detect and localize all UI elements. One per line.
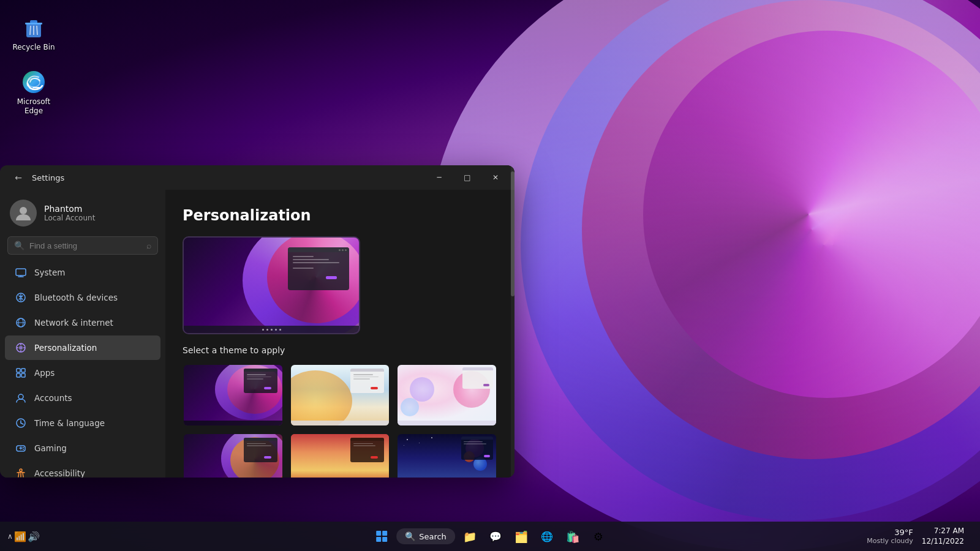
search-icon: 🔍 — [14, 241, 24, 250]
taskbar-left: ∧ 📶 🔊 — [7, 531, 40, 542]
desktop-icons-area: Recycle Bin — [0, 0, 67, 130]
theme-3-bar — [462, 367, 493, 370]
svg-point-27 — [18, 394, 23, 399]
theme-card-5[interactable] — [290, 433, 391, 478]
preview-line-3 — [293, 262, 339, 263]
sidebar-item-time[interactable]: Time & language — [5, 411, 160, 435]
sidebar-item-accounts[interactable]: Accounts — [5, 386, 160, 410]
win-logo-tl — [376, 531, 381, 536]
svg-line-5 — [37, 26, 37, 35]
theme-3-accent — [483, 384, 489, 386]
settings-taskbar-button[interactable]: ⚙️ — [587, 525, 609, 547]
win-logo-bl — [376, 537, 381, 542]
theme-card-4[interactable] — [183, 433, 284, 478]
system-label: System — [34, 268, 65, 277]
theme-card-2[interactable] — [290, 364, 391, 427]
gaming-label: Gaming — [34, 443, 67, 453]
theme-2-accent — [371, 387, 378, 389]
scrollbar[interactable] — [511, 190, 514, 478]
select-theme-label: Select a theme to apply — [183, 345, 497, 355]
settings-taskbar-icon: ⚙️ — [594, 530, 603, 543]
windows-logo — [376, 531, 387, 542]
theme-3-inner — [398, 365, 496, 425]
store-icon: 🛍️ — [566, 530, 579, 543]
theme-grid — [183, 364, 497, 427]
sidebar-item-bluetooth[interactable]: Bluetooth & devices — [5, 285, 160, 310]
store-button[interactable]: 🛍️ — [562, 525, 584, 547]
network-icon — [15, 317, 27, 329]
file-explorer-icon: 📁 — [463, 530, 477, 543]
edge-icon[interactable]: Microsoft Edge — [9, 67, 58, 118]
bluetooth-label: Bluetooth & devices — [34, 293, 118, 302]
bluetooth-icon — [15, 291, 27, 304]
file-explorer-button[interactable]: 📁 — [459, 525, 481, 547]
teams-button[interactable]: 💬 — [484, 525, 507, 547]
search-input[interactable] — [29, 241, 141, 250]
taskbar-search[interactable]: 🔍 Search — [396, 528, 455, 544]
svg-point-18 — [19, 346, 23, 350]
speaker-icon[interactable]: 🔊 — [28, 531, 40, 542]
user-name: Phantom — [44, 204, 95, 214]
theme-1-window — [244, 369, 277, 393]
svg-point-34 — [23, 447, 24, 448]
system-tray[interactable]: ∧ 📶 🔊 — [7, 531, 40, 542]
sidebar-item-system[interactable]: System — [5, 260, 160, 285]
taskbar-clock[interactable]: 7:27 AM 12/11/2022 — [922, 526, 964, 547]
theme-card-1[interactable] — [183, 364, 284, 427]
recycle-bin-icon[interactable]: Recycle Bin — [9, 12, 58, 54]
preview-taskbar-dot-5 — [279, 329, 281, 331]
sidebar-item-network[interactable]: Network & internet — [5, 310, 160, 335]
scrollbar-thumb[interactable] — [511, 190, 514, 296]
sidebar-search[interactable]: 🔍 ⌕ — [7, 236, 158, 255]
edge-taskbar-icon: 🌐 — [541, 531, 553, 542]
clock-time: 7:27 AM — [922, 526, 964, 536]
window-titlebar: ← Settings ─ □ ✕ — [0, 165, 514, 190]
user-section[interactable]: Phantom Local Account — [0, 190, 165, 234]
edge-label: Microsoft Edge — [12, 97, 55, 115]
minimize-button[interactable]: ─ — [425, 168, 453, 187]
current-theme-preview — [183, 236, 360, 334]
svg-rect-2 — [25, 23, 42, 24]
back-button[interactable]: ← — [10, 169, 27, 186]
settings-window: ← Settings ─ □ ✕ Phantom Local Acco — [0, 165, 514, 478]
svg-line-3 — [30, 26, 31, 35]
titlebar-left: ← Settings — [10, 169, 64, 186]
accessibility-icon — [15, 467, 27, 478]
preview-lines — [288, 252, 349, 272]
sidebar-item-gaming[interactable]: Gaming — [5, 436, 160, 460]
theme-5-window — [350, 438, 384, 462]
start-button[interactable] — [371, 525, 393, 547]
settings-sidebar: Phantom Local Account 🔍 ⌕ — [0, 190, 165, 478]
nav-list: System Bluetooth & devices — [0, 260, 165, 478]
sidebar-item-apps[interactable]: Apps — [5, 361, 160, 385]
win-logo-br — [382, 537, 387, 542]
main-content: Personalization — [165, 190, 514, 478]
weather-temp: 39°F — [867, 528, 913, 537]
sidebar-item-personalization[interactable]: Personalization — [5, 335, 160, 360]
theme-grid-row2 — [183, 433, 497, 478]
tray-up-arrow[interactable]: ∧ — [7, 532, 13, 541]
taskbar-right: 39°F Mostly cloudy 7:27 AM 12/11/2022 — [867, 526, 973, 547]
maximize-button[interactable]: □ — [453, 168, 481, 187]
page-title: Personalization — [183, 207, 497, 224]
close-button[interactable]: ✕ — [481, 168, 510, 187]
edge-taskbar-button[interactable]: 🌐 — [536, 525, 558, 547]
preview-taskbar-dot-1 — [262, 329, 264, 331]
theme-4-window — [244, 438, 277, 462]
theme-3-window — [462, 367, 493, 389]
theme-card-6[interactable] — [396, 433, 497, 478]
explorer-button-2[interactable]: 🗂️ — [510, 525, 532, 547]
search-submit-icon: ⌕ — [146, 241, 151, 250]
svg-rect-10 — [16, 269, 26, 276]
user-avatar — [10, 200, 37, 227]
wifi-icon[interactable]: 📶 — [14, 531, 26, 542]
theme-2-window — [350, 369, 384, 393]
gaming-icon — [15, 442, 27, 454]
theme-1-accent — [264, 387, 271, 389]
svg-point-9 — [20, 207, 27, 214]
taskbar-center: 🔍 Search 📁 💬 🗂️ 🌐 🛍️ ⚙️ — [371, 525, 609, 547]
weather-info[interactable]: 39°F Mostly cloudy — [867, 528, 913, 545]
sidebar-item-accessibility[interactable]: Accessibility — [5, 461, 160, 478]
theme-card-3[interactable] — [396, 364, 497, 427]
theme-6-inner — [398, 434, 496, 478]
